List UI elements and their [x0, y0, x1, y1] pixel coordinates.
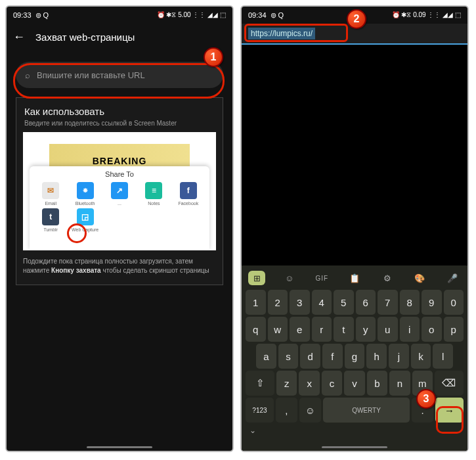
share-label: Notes — [148, 201, 160, 206]
breaking-banner: BREAKING — [49, 144, 190, 166]
key-q[interactable]: q — [246, 317, 266, 342]
page-title: Захват web-страницы — [35, 32, 135, 43]
keyboard-menu-button[interactable]: ⊞ — [248, 271, 265, 285]
howto-title: Как использовать — [24, 106, 216, 117]
share-label: Bluetooth — [76, 201, 95, 206]
key-x[interactable]: x — [299, 371, 319, 396]
share-icon: f — [180, 182, 197, 199]
share-sheet: Share To ✉Email⁕Bluetooth↗...≡NotesfFace… — [30, 166, 209, 250]
key-y[interactable]: y — [356, 317, 376, 342]
key-k[interactable]: k — [411, 344, 431, 369]
key-0[interactable]: 0 — [444, 290, 464, 315]
settings-icon[interactable]: ⚙ — [379, 271, 396, 285]
share-item-web-capture[interactable]: ◲Web Capture — [68, 208, 102, 232]
key-e[interactable]: e — [290, 317, 310, 342]
key-i[interactable]: i — [400, 317, 420, 342]
key-u[interactable]: u — [378, 317, 398, 342]
keyboard: ⊞ ☺ GIF 📋 ⚙ 🎨 🎤 1234567890 qwertyuiop as… — [242, 265, 467, 451]
howto-subtitle: Введите или поделитесь ссылкой в Screen … — [24, 120, 216, 127]
key-d[interactable]: d — [300, 344, 320, 369]
url-text[interactable]: https://lumpics.ru/ — [248, 28, 315, 39]
howto-instruction: Подождите пока страница полностью загруз… — [23, 257, 216, 275]
key-go[interactable]: → — [435, 398, 464, 423]
share-item-notes[interactable]: ≡Notes — [137, 182, 171, 206]
share-label: Facebook — [178, 201, 198, 206]
key-p[interactable]: p — [444, 317, 464, 342]
key-comma[interactable]: , — [276, 398, 297, 423]
key-c[interactable]: c — [322, 371, 342, 396]
share-item-email[interactable]: ✉Email — [33, 182, 68, 206]
url-input[interactable]: ⌕ Впишите или вставьте URL — [16, 62, 223, 88]
key-n[interactable]: n — [389, 371, 410, 396]
key-h[interactable]: h — [366, 344, 387, 369]
key-j[interactable]: j — [389, 344, 409, 369]
key-a[interactable]: a — [256, 344, 276, 369]
key-g[interactable]: g — [345, 344, 365, 369]
share-icon: ✉ — [42, 182, 59, 199]
status-icons-left: ⊚ Q — [270, 11, 284, 20]
key-w[interactable]: w — [268, 317, 288, 342]
status-time: 09:33 — [13, 11, 32, 19]
key-f[interactable]: f — [322, 344, 343, 369]
callout-1: 1 — [204, 47, 223, 67]
phone-left: 09:33 ⊚ Q ⏰ ✱⧖ 5.00 ⋮⋮ ◢◢ ⬚ ← Захват web… — [5, 5, 234, 452]
sticker-icon[interactable]: ☺ — [281, 271, 298, 285]
key-7[interactable]: 7 — [378, 290, 398, 315]
key-backspace[interactable]: ⌫ — [435, 371, 464, 396]
mic-icon[interactable]: 🎤 — [444, 271, 461, 285]
app-header: ← Захват web-страницы — [7, 24, 232, 50]
key-1[interactable]: 1 — [246, 290, 266, 315]
search-icon: ⌕ — [25, 70, 30, 80]
key-s[interactable]: s — [278, 344, 299, 369]
status-icons-right: ⏰ ✱⧖ 0.09 ⋮⋮ ◢◢ ⬚ — [392, 11, 461, 19]
share-label: Tumblr — [43, 227, 58, 232]
howto-illustration: BREAKING Share To ✉Email⁕Bluetooth↗...≡N… — [23, 132, 216, 250]
key-space[interactable]: QWERTY — [323, 398, 410, 423]
callout-3: 3 — [416, 389, 436, 409]
share-item-...[interactable]: ↗... — [102, 182, 137, 206]
key-9[interactable]: 9 — [422, 290, 442, 315]
clipboard-icon[interactable]: 📋 — [346, 271, 363, 285]
status-icons-left: ⊚ Q — [35, 11, 49, 20]
key-shift[interactable]: ⇧ — [246, 371, 274, 396]
status-bar: 09:33 ⊚ Q ⏰ ✱⧖ 5.00 ⋮⋮ ◢◢ ⬚ — [7, 7, 232, 24]
share-icon: ↗ — [111, 182, 128, 199]
share-label: Web Capture — [72, 227, 98, 232]
share-title: Share To — [30, 166, 209, 182]
key-emoji[interactable]: ☺ — [299, 398, 321, 423]
share-label: ... — [118, 201, 121, 206]
share-item-facebook[interactable]: fFacebook — [171, 182, 206, 206]
callout-2: 2 — [347, 9, 366, 29]
key-o[interactable]: o — [422, 317, 442, 342]
gif-icon[interactable]: GIF — [313, 271, 330, 285]
share-icon: ≡ — [145, 182, 162, 199]
key-z[interactable]: z — [276, 371, 297, 396]
key-8[interactable]: 8 — [400, 290, 420, 315]
nav-handle — [87, 446, 152, 448]
share-item-tumblr[interactable]: tTumblr — [33, 208, 68, 232]
share-item-bluetooth[interactable]: ⁕Bluetooth — [68, 182, 102, 206]
key-b[interactable]: b — [367, 371, 387, 396]
keyboard-collapse[interactable]: ⌄ — [244, 425, 465, 436]
phone-right: 09:34 ⊚ Q ⏰ ✱⧖ 0.09 ⋮⋮ ◢◢ ⬚ https://lump… — [240, 5, 469, 452]
keyboard-toolbar: ⊞ ☺ GIF 📋 ⚙ 🎨 🎤 — [244, 268, 465, 288]
back-button[interactable]: ← — [13, 31, 25, 43]
nav-handle — [322, 446, 387, 448]
key-t[interactable]: t — [334, 317, 354, 342]
howto-card: Как использовать Введите или поделитесь … — [16, 97, 223, 285]
key-6[interactable]: 6 — [356, 290, 376, 315]
key-symbols[interactable]: ?123 — [246, 398, 274, 423]
share-icon: t — [42, 208, 59, 225]
key-3[interactable]: 3 — [290, 290, 310, 315]
share-label: Email — [45, 201, 56, 206]
share-icon: ⁕ — [77, 182, 94, 199]
key-4[interactable]: 4 — [312, 290, 332, 315]
key-r[interactable]: r — [312, 317, 332, 342]
status-icons-right: ⏰ ✱⧖ 5.00 ⋮⋮ ◢◢ ⬚ — [157, 11, 226, 19]
url-placeholder: Впишите или вставьте URL — [37, 70, 145, 80]
theme-icon[interactable]: 🎨 — [411, 271, 428, 285]
key-l[interactable]: l — [433, 344, 453, 369]
key-2[interactable]: 2 — [268, 290, 288, 315]
key-v[interactable]: v — [344, 371, 364, 396]
key-5[interactable]: 5 — [334, 290, 354, 315]
